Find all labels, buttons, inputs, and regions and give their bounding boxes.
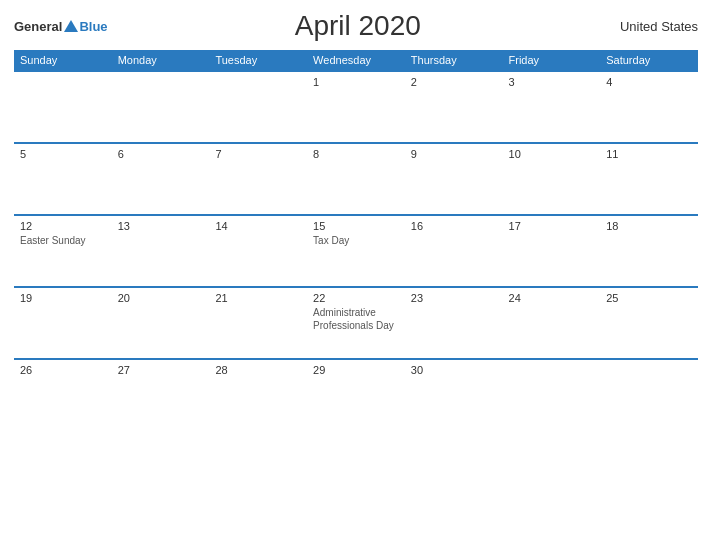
table-row: 20 xyxy=(112,287,210,359)
table-row: 7 xyxy=(209,143,307,215)
table-row: 12Easter Sunday xyxy=(14,215,112,287)
table-row: 16 xyxy=(405,215,503,287)
header-sunday: Sunday xyxy=(14,50,112,71)
table-row: 4 xyxy=(600,71,698,143)
day-number: 23 xyxy=(411,292,497,304)
day-number: 6 xyxy=(118,148,204,160)
day-number: 26 xyxy=(20,364,106,376)
table-row: 21 xyxy=(209,287,307,359)
table-row: 25 xyxy=(600,287,698,359)
table-row xyxy=(209,71,307,143)
day-number: 15 xyxy=(313,220,399,232)
day-number: 18 xyxy=(606,220,692,232)
logo-triangle-icon xyxy=(64,20,78,32)
day-number: 25 xyxy=(606,292,692,304)
day-number: 19 xyxy=(20,292,106,304)
table-row xyxy=(14,71,112,143)
day-number: 12 xyxy=(20,220,106,232)
table-row: 22Administrative Professionals Day xyxy=(307,287,405,359)
header: General Blue April 2020 United States xyxy=(14,10,698,42)
table-row: 1 xyxy=(307,71,405,143)
table-row: 29 xyxy=(307,359,405,431)
day-number: 17 xyxy=(509,220,595,232)
table-row: 3 xyxy=(503,71,601,143)
table-row: 13 xyxy=(112,215,210,287)
table-row: 11 xyxy=(600,143,698,215)
day-number: 22 xyxy=(313,292,399,304)
header-wednesday: Wednesday xyxy=(307,50,405,71)
calendar-table: Sunday Monday Tuesday Wednesday Thursday… xyxy=(14,50,698,431)
table-row: 24 xyxy=(503,287,601,359)
table-row xyxy=(112,71,210,143)
logo-general-text: General xyxy=(14,19,62,34)
table-row: 26 xyxy=(14,359,112,431)
logo: General Blue xyxy=(14,19,108,34)
day-number: 11 xyxy=(606,148,692,160)
day-number: 7 xyxy=(215,148,301,160)
table-row xyxy=(600,359,698,431)
calendar-week-row: 19202122Administrative Professionals Day… xyxy=(14,287,698,359)
table-row: 5 xyxy=(14,143,112,215)
header-thursday: Thursday xyxy=(405,50,503,71)
day-number: 2 xyxy=(411,76,497,88)
table-row: 10 xyxy=(503,143,601,215)
event-label: Administrative Professionals Day xyxy=(313,306,399,332)
day-number: 9 xyxy=(411,148,497,160)
day-number: 29 xyxy=(313,364,399,376)
day-number: 13 xyxy=(118,220,204,232)
table-row: 27 xyxy=(112,359,210,431)
day-number: 28 xyxy=(215,364,301,376)
calendar-page: General Blue April 2020 United States Su… xyxy=(0,0,712,550)
day-number: 8 xyxy=(313,148,399,160)
calendar-week-row: 1234 xyxy=(14,71,698,143)
table-row: 30 xyxy=(405,359,503,431)
day-number: 21 xyxy=(215,292,301,304)
calendar-week-row: 2627282930 xyxy=(14,359,698,431)
day-number: 16 xyxy=(411,220,497,232)
event-label: Tax Day xyxy=(313,234,399,247)
header-monday: Monday xyxy=(112,50,210,71)
table-row: 28 xyxy=(209,359,307,431)
event-label: Easter Sunday xyxy=(20,234,106,247)
header-tuesday: Tuesday xyxy=(209,50,307,71)
table-row: 23 xyxy=(405,287,503,359)
table-row xyxy=(503,359,601,431)
calendar-week-row: 12Easter Sunday131415Tax Day161718 xyxy=(14,215,698,287)
day-number: 27 xyxy=(118,364,204,376)
month-title: April 2020 xyxy=(108,10,608,42)
day-number: 14 xyxy=(215,220,301,232)
table-row: 15Tax Day xyxy=(307,215,405,287)
table-row: 14 xyxy=(209,215,307,287)
calendar-week-row: 567891011 xyxy=(14,143,698,215)
day-number: 20 xyxy=(118,292,204,304)
day-number: 4 xyxy=(606,76,692,88)
day-number: 5 xyxy=(20,148,106,160)
day-number: 24 xyxy=(509,292,595,304)
logo-blue-text: Blue xyxy=(79,19,107,34)
country-label: United States xyxy=(608,19,698,34)
table-row: 19 xyxy=(14,287,112,359)
day-number: 10 xyxy=(509,148,595,160)
table-row: 6 xyxy=(112,143,210,215)
table-row: 9 xyxy=(405,143,503,215)
weekday-header-row: Sunday Monday Tuesday Wednesday Thursday… xyxy=(14,50,698,71)
table-row: 18 xyxy=(600,215,698,287)
table-row: 8 xyxy=(307,143,405,215)
header-saturday: Saturday xyxy=(600,50,698,71)
header-friday: Friday xyxy=(503,50,601,71)
day-number: 1 xyxy=(313,76,399,88)
day-number: 3 xyxy=(509,76,595,88)
table-row: 2 xyxy=(405,71,503,143)
day-number: 30 xyxy=(411,364,497,376)
table-row: 17 xyxy=(503,215,601,287)
